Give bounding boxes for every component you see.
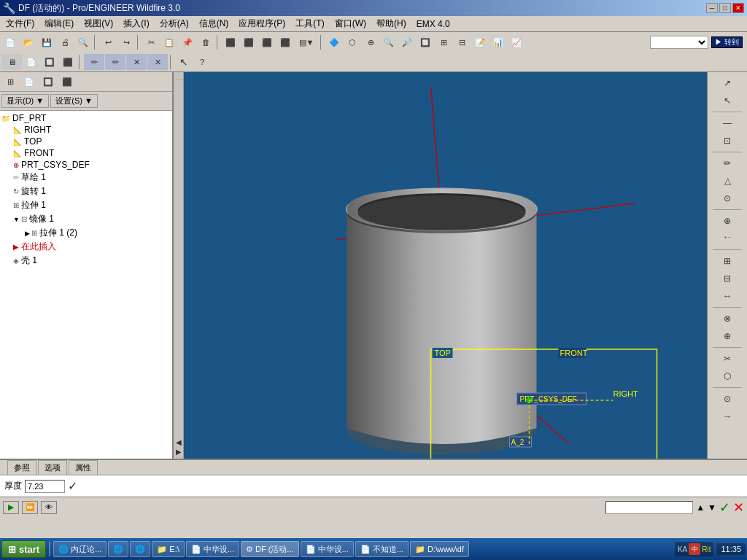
new-btn[interactable]: 📄 — [1, 34, 19, 50]
taskbar-folder2[interactable]: 📁 D:\www\df — [410, 541, 469, 557]
r2-tb2[interactable]: 📄 — [23, 54, 40, 70]
r2-sketch2[interactable]: ✏ — [105, 54, 125, 70]
tb11[interactable]: ⬛ — [276, 34, 294, 50]
tree-item-right[interactable]: 📐 RIGHT — [1, 124, 171, 136]
r2-tb1[interactable]: 🖥 — [1, 54, 22, 70]
rt-btn-18[interactable]: → — [719, 408, 735, 424]
tab-props[interactable]: 属性 — [69, 460, 98, 475]
r2-tb4[interactable]: ⬛ — [59, 54, 77, 70]
scroll-up-icon[interactable]: ▲ — [696, 502, 705, 513]
status-input[interactable] — [605, 501, 693, 514]
rt-btn-12[interactable]: ↔ — [719, 288, 735, 304]
menu-emx[interactable]: EMX 4.0 — [412, 18, 454, 31]
tree-item-top[interactable]: 📐 TOP — [1, 136, 171, 147]
search-btn[interactable]: 🔍 — [74, 34, 92, 50]
tb13[interactable]: 🔷 — [325, 34, 343, 50]
tree-item-extrude1[interactable]: ⊞ 拉伸 1 — [1, 198, 171, 212]
taskbar-ie1[interactable]: 🌐 内辽论... — [53, 541, 107, 557]
menu-info[interactable]: 信息(N) — [195, 16, 233, 31]
rt-btn-11[interactable]: ⊟ — [719, 271, 735, 287]
tree-item-prt-csys[interactable]: ⊕ PRT_CSYS_DEF — [1, 159, 171, 171]
cut-btn[interactable]: ✂ — [142, 34, 160, 50]
tb23[interactable]: 📈 — [508, 34, 525, 50]
undo-btn[interactable]: ↩ — [99, 34, 117, 50]
menu-tools[interactable]: 工具(T) — [291, 16, 328, 31]
tab-options[interactable]: 选项 — [38, 460, 67, 475]
3d-viewport[interactable]: TOP FRONT RIGHT PRT_CSYS_DEF A_2 — [184, 72, 707, 459]
tb22[interactable]: 📊 — [489, 34, 507, 50]
open-btn[interactable]: 📂 — [20, 34, 37, 50]
paste-btn[interactable]: 📌 — [179, 34, 196, 50]
rt-btn-15[interactable]: ✂ — [719, 351, 735, 367]
redo-btn[interactable]: ↪ — [117, 34, 135, 50]
display-dropdown[interactable]: 显示(D) ▼ — [1, 94, 49, 108]
menu-insert[interactable]: 插入(I) — [119, 16, 153, 31]
rt-btn-14[interactable]: ⊕ — [719, 328, 735, 344]
scroll-down-icon[interactable]: ▼ — [708, 502, 716, 513]
tb10[interactable]: ⬛ — [258, 34, 276, 50]
copy-btn[interactable]: 📋 — [160, 34, 178, 50]
step-button[interactable]: ⏩ — [22, 501, 38, 514]
rt-btn-4[interactable]: ⊡ — [719, 133, 735, 149]
start-button[interactable]: ⊞ start — [1, 540, 46, 558]
tb21[interactable]: 📝 — [471, 34, 489, 50]
tree-item-sketch[interactable]: ✏ 草绘 1 — [1, 171, 171, 184]
print-btn[interactable]: 🖨 — [56, 34, 74, 50]
tree-item-front[interactable]: 📐 FRONT — [1, 147, 171, 159]
tb18[interactable]: 🔲 — [417, 34, 434, 50]
tree-item-mirror[interactable]: ▼ ⊟ 镜像 1 — [1, 212, 171, 226]
rt-btn-2[interactable]: ↖ — [719, 93, 735, 109]
delete-btn[interactable]: 🗑 — [197, 34, 214, 50]
menu-help[interactable]: 帮助(H) — [372, 16, 411, 31]
collapse-arrow-up[interactable]: ◀ — [176, 438, 182, 446]
tree-item-shell[interactable]: ◈ 壳 1 — [1, 254, 171, 268]
tb9[interactable]: ⬛ — [240, 34, 258, 50]
menu-edit[interactable]: 编辑(E) — [40, 16, 78, 31]
tb20[interactable]: ⊟ — [453, 34, 471, 50]
eye-button[interactable]: 👁 — [41, 501, 57, 514]
maximize-button[interactable]: □ — [719, 3, 731, 13]
tree-item-root[interactable]: 📁 DF_PRT — [1, 112, 171, 124]
tree-item-insert-here[interactable]: ▶ 在此插入 — [1, 240, 171, 254]
collapse-arrow-down[interactable]: ▶ — [176, 448, 182, 456]
goto-button[interactable]: ▶ 转到 — [711, 36, 743, 48]
rt-btn-13[interactable]: ⊗ — [719, 311, 735, 327]
r2-sketch4[interactable]: ✕ — [147, 54, 168, 70]
r2-sketch3[interactable]: ✕ — [126, 54, 147, 70]
tb17[interactable]: 🔎 — [398, 34, 416, 50]
rt-btn-1[interactable]: ↗ — [719, 75, 735, 91]
cancel-button[interactable]: ✕ — [733, 499, 744, 516]
r2-sketch1[interactable]: ✏ — [84, 54, 104, 70]
taskbar-app3[interactable]: 📄 不知道... — [355, 541, 409, 557]
tb19[interactable]: ⊞ — [435, 34, 452, 50]
play-button[interactable]: ▶ — [3, 501, 19, 514]
tb8[interactable]: ⬛ — [222, 34, 239, 50]
rt-btn-9[interactable]: ⁺⁻ — [719, 230, 735, 246]
rt-btn-7[interactable]: ⊙ — [719, 190, 735, 206]
menu-window[interactable]: 窗口(W) — [330, 16, 371, 31]
rt-btn-8[interactable]: ⊕ — [719, 213, 735, 229]
rt-btn-5[interactable]: ✏ — [719, 155, 735, 171]
lp-icon3[interactable]: 🔲 — [39, 74, 57, 90]
rt-btn-10[interactable]: ⊞ — [719, 253, 735, 269]
tree-item-extrude2[interactable]: ▶ ⊞ 拉伸 1 (2) — [1, 226, 171, 240]
minimize-button[interactable]: ─ — [706, 3, 718, 13]
settings-dropdown[interactable]: 设置(S) ▼ — [50, 94, 98, 108]
tree-item-revolve[interactable]: ↻ 旋转 1 — [1, 184, 171, 198]
lp-icon4[interactable]: ⬛ — [58, 74, 76, 90]
r2-help[interactable]: ? — [193, 54, 211, 70]
lp-icon1[interactable]: ⊞ — [1, 74, 19, 90]
save-btn[interactable]: 💾 — [38, 34, 55, 50]
menu-analysis[interactable]: 分析(A) — [155, 16, 193, 31]
close-button[interactable]: ✕ — [732, 3, 744, 13]
taskbar-app2[interactable]: 📄 中华设... — [301, 541, 354, 557]
tab-refs[interactable]: 参照 — [7, 460, 36, 475]
nav-dropdown[interactable] — [650, 36, 708, 49]
rt-btn-17[interactable]: ⊙ — [719, 391, 735, 407]
lp-icon2[interactable]: 📄 — [20, 74, 38, 90]
confirm-button[interactable]: ✓ — [719, 499, 730, 516]
tb12[interactable]: ▤▼ — [295, 34, 318, 50]
rt-btn-6[interactable]: △ — [719, 173, 735, 189]
rt-btn-3[interactable]: — — [719, 115, 735, 131]
taskbar-app1[interactable]: 📄 中华设... — [186, 541, 239, 557]
